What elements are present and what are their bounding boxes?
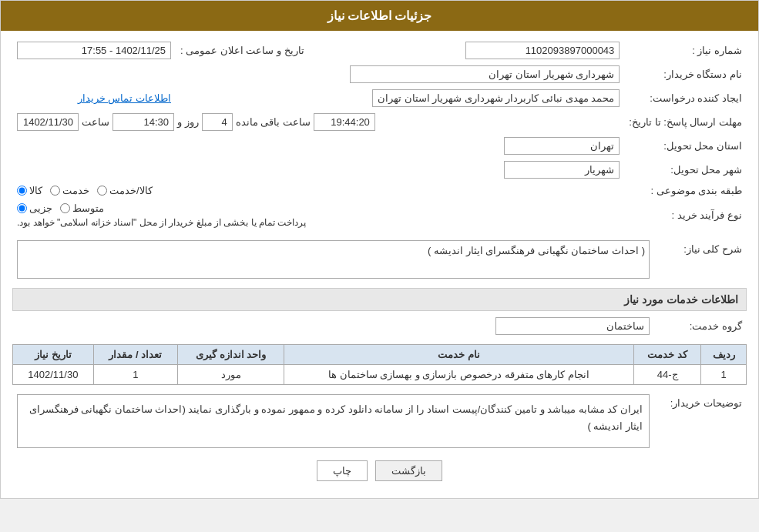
category-kala-khedmat-label: کالا/خدمت bbox=[109, 185, 153, 196]
col-header-date: تاریخ نیاز bbox=[13, 345, 94, 365]
reply-time-value: 14:30 bbox=[113, 113, 174, 131]
purchase-type-label: نوع فرآیند خرید : bbox=[624, 199, 747, 231]
buyer-notes-value: ایران کد مشابه میباشد و تامین کنندگان/پی… bbox=[17, 394, 650, 448]
service-group-value: ساختمان bbox=[495, 317, 650, 335]
reply-deadline-label: مهلت ارسال پاسخ: تا تاریخ: bbox=[624, 110, 747, 134]
services-info-title: اطلاعات خدمات مورد نیاز bbox=[12, 288, 747, 311]
service-group-label: گروه خدمت: bbox=[654, 314, 747, 338]
row-number: 1 bbox=[701, 365, 747, 385]
page-title: جزئیات اطلاعات نیاز bbox=[1, 1, 758, 31]
purchase-jozyi-label: جزیی bbox=[29, 202, 52, 214]
col-header-code: کد خدمت bbox=[633, 345, 700, 365]
row-unit: مورد bbox=[178, 365, 284, 385]
need-number-label: شماره نیاز : bbox=[624, 38, 747, 62]
print-button[interactable]: چاپ bbox=[317, 460, 368, 481]
services-table: ردیف کد خدمت نام خدمت واحد اندازه گیری ت… bbox=[12, 344, 747, 385]
buyer-notes-label: توضیحات خریدار: bbox=[654, 391, 747, 451]
row-qty: 1 bbox=[93, 365, 177, 385]
purchase-note: پرداخت تمام یا بخشی از مبلغ خریدار از مح… bbox=[17, 217, 306, 228]
requester-label: ایجاد کننده درخواست: bbox=[624, 86, 747, 110]
announce-datetime-value: 1402/11/25 - 17:55 bbox=[17, 42, 171, 59]
city-label: شهر محل تحویل: bbox=[624, 158, 747, 182]
contact-link[interactable]: اطلاعات تماس خریدار bbox=[78, 92, 171, 104]
remaining-days-label: روز و bbox=[177, 116, 199, 128]
reply-time-label: ساعت bbox=[82, 116, 109, 128]
buyer-org-value: شهرداری شهریار استان تهران bbox=[350, 65, 620, 83]
table-row: 1 ج-44 انجام کارهای متفرقه درخصوص بازساز… bbox=[13, 365, 747, 385]
city-value: شهریار bbox=[504, 161, 620, 179]
need-number-value: 1102093897000043 bbox=[465, 42, 620, 59]
category-label: طبقه بندی موضوعی : bbox=[624, 182, 747, 199]
purchase-motavaset-radio[interactable] bbox=[60, 203, 70, 213]
need-description-label: شرح کلی نیاز: bbox=[654, 237, 747, 282]
remaining-time-label: ساعت باقی مانده bbox=[236, 116, 311, 128]
row-name: انجام کارهای متفرقه درخصوص بازسازی و بهس… bbox=[284, 365, 634, 385]
remaining-time-value: 19:44:20 bbox=[314, 113, 375, 131]
category-kala-label: کالا bbox=[29, 185, 42, 196]
row-code: ج-44 bbox=[633, 365, 700, 385]
col-header-unit: واحد اندازه گیری bbox=[178, 345, 284, 365]
remaining-days-value: 4 bbox=[202, 113, 233, 131]
category-khedmat-radio[interactable] bbox=[50, 186, 60, 196]
province-label: استان محل تحویل: bbox=[624, 134, 747, 158]
requester-value: محمد مهدی نبائی کاربردار شهرداری شهریار … bbox=[372, 89, 620, 107]
buyer-org-label: نام دستگاه خریدار: bbox=[624, 62, 747, 86]
category-kala-khedmat-radio[interactable] bbox=[97, 186, 107, 196]
announce-datetime-label: تاریخ و ساعت اعلان عمومی : bbox=[176, 38, 309, 62]
col-header-qty: تعداد / مقدار bbox=[93, 345, 177, 365]
purchase-motavaset-label: متوسط bbox=[72, 202, 104, 214]
back-button[interactable]: بازگشت bbox=[375, 460, 442, 481]
col-header-row: ردیف bbox=[701, 345, 747, 365]
need-description-value: ( احداث ساختمان نگهبانی فرهنگسرای ایثار … bbox=[17, 240, 650, 279]
category-khedmat-label: خدمت bbox=[62, 185, 89, 196]
purchase-jozyi-radio[interactable] bbox=[17, 203, 27, 213]
row-date: 1402/11/30 bbox=[13, 365, 94, 385]
reply-date-value: 1402/11/30 bbox=[17, 113, 79, 131]
category-kala-radio[interactable] bbox=[17, 186, 27, 196]
col-header-name: نام خدمت bbox=[284, 345, 634, 365]
province-value: تهران bbox=[504, 137, 620, 155]
